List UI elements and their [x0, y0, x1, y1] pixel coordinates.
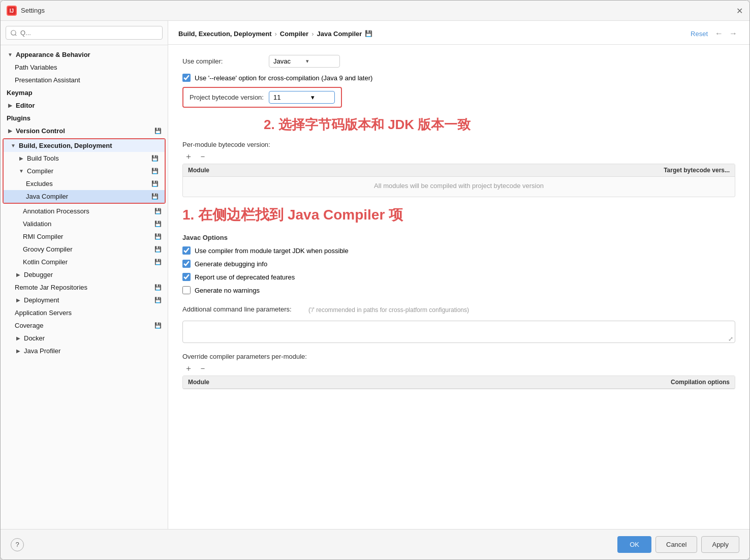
sidebar-item-appearance-behavior[interactable]: ▼ Appearance & Behavior — [1, 48, 168, 61]
nav-arrows: ← → — [713, 28, 739, 39]
per-module-label: Per-module bytecode version: — [182, 141, 735, 148]
sidebar-item-build-execution-deployment[interactable]: ▼ Build, Execution, Deployment — [4, 139, 165, 152]
bytecode-label: Project bytecode version: — [190, 94, 264, 101]
sidebar-item-debugger[interactable]: ▶ Debugger — [1, 268, 168, 281]
forward-button[interactable]: → — [727, 28, 739, 39]
save-icon-comp: 💾 — [151, 168, 159, 174]
reset-button[interactable]: Reset — [691, 30, 708, 38]
cmd-area-wrapper: ⤢ — [182, 321, 735, 345]
per-module-section: Per-module bytecode version: ＋ － Module … — [182, 141, 735, 197]
bytecode-dropdown[interactable]: 11 ▾ — [269, 91, 335, 104]
sidebar-item-editor[interactable]: ▶ Editor — [1, 99, 168, 112]
per-module-toolbar: ＋ － — [182, 151, 735, 162]
save-icon-bt: 💾 — [151, 155, 159, 162]
breadcrumb-sep-2: › — [311, 30, 314, 38]
sidebar-item-annotation-processors[interactable]: Annotation Processors 💾 — [1, 205, 168, 217]
cmd-hint: ('/' recommended in paths for cross-plat… — [308, 302, 469, 314]
sidebar-item-validation[interactable]: Validation 💾 — [1, 217, 168, 230]
chevron-right-icon-6: ▶ — [15, 335, 22, 342]
window-title: Settings — [21, 7, 732, 14]
add-module-button[interactable]: ＋ — [182, 151, 195, 162]
sidebar-item-docker[interactable]: ▶ Docker — [1, 332, 168, 345]
cmd-params-textarea[interactable] — [182, 321, 735, 343]
chevron-right-icon-3: ▶ — [18, 155, 25, 162]
opt4-label: Generate no warnings — [195, 287, 260, 294]
compilation-col-header: Compilation options — [638, 379, 730, 386]
sidebar-item-build-tools[interactable]: ▶ Build Tools 💾 — [4, 152, 165, 165]
save-icon-vc: 💾 — [154, 128, 162, 134]
chevron-down-icon-4: ▼ — [18, 168, 25, 175]
override-toolbar: ＋ － — [182, 363, 735, 374]
add-override-button[interactable]: ＋ — [182, 363, 195, 374]
sidebar-item-compiler[interactable]: ▼ Compiler 💾 — [4, 165, 165, 177]
release-option-checkbox[interactable] — [182, 74, 191, 82]
all-modules-text: All modules will be compiled with projec… — [183, 182, 735, 190]
search-bar — [1, 21, 168, 45]
release-option-row: Use '--release' option for cross-compila… — [182, 74, 735, 82]
compiler-value: Javac — [273, 57, 291, 65]
save-icon-excl: 💾 — [151, 180, 159, 187]
chevron-right-icon-7: ▶ — [15, 348, 22, 355]
opt4-checkbox[interactable] — [182, 286, 191, 294]
opt2-checkbox[interactable] — [182, 260, 191, 268]
breadcrumb-sep-1: › — [274, 30, 276, 38]
use-compiler-label: Use compiler: — [182, 57, 264, 65]
chevron-down-icon-3: ▼ — [10, 142, 17, 149]
opt1-row: Use compiler from module target JDK when… — [182, 246, 735, 255]
chevron-right-icon-4: ▶ — [15, 271, 22, 278]
sidebar-item-groovy-compiler[interactable]: Groovy Compiler 💾 — [1, 243, 168, 256]
bytecode-value: 11 — [273, 94, 280, 101]
per-module-table: Module Target bytecode vers... All modul… — [182, 164, 735, 197]
breadcrumb-part-1: Build, Execution, Deployment — [178, 30, 271, 38]
search-input[interactable] — [6, 26, 163, 40]
sidebar-item-application-servers[interactable]: Application Servers — [1, 306, 168, 319]
expand-textarea-button[interactable]: ⤢ — [728, 335, 733, 343]
sidebar-item-deployment[interactable]: ▶ Deployment 💾 — [1, 294, 168, 306]
sidebar-item-presentation-assistant[interactable]: Presentation Assistant — [1, 74, 168, 86]
override-table: Module Compilation options — [182, 376, 735, 389]
cancel-button[interactable]: Cancel — [655, 536, 697, 553]
sidebar-item-java-profiler[interactable]: ▶ Java Profiler — [1, 345, 168, 357]
sidebar-item-plugins[interactable]: Plugins — [1, 112, 168, 125]
dropdown-arrow: ▾ — [306, 58, 309, 65]
opt2-label: Generate debugging info — [195, 260, 267, 268]
use-compiler-row: Use compiler: Javac ▾ — [182, 55, 735, 68]
compiler-dropdown[interactable]: Javac ▾ — [269, 55, 340, 68]
cmd-params-label: Additional command line parameters: — [182, 302, 304, 313]
sidebar-item-kotlin-compiler[interactable]: Kotlin Compiler 💾 — [1, 256, 168, 268]
breadcrumb-part-3: Java Compiler — [317, 30, 362, 38]
release-option-label: Use '--release' option for cross-compila… — [195, 74, 372, 82]
sidebar-item-path-variables[interactable]: Path Variables — [1, 61, 168, 74]
bytecode-dropdown-arrow: ▾ — [311, 94, 315, 101]
apply-button[interactable]: Apply — [701, 536, 739, 553]
breadcrumb: Build, Execution, Deployment › Compiler … — [178, 30, 372, 38]
opt2-row: Generate debugging info — [182, 260, 735, 268]
opt4-row: Generate no warnings — [182, 286, 735, 294]
chevron-down-icon: ▼ — [7, 51, 14, 58]
save-icon-groovy: 💾 — [154, 246, 162, 253]
remove-module-button[interactable]: － — [197, 151, 209, 162]
save-icon-jc: 💾 — [151, 193, 159, 200]
sidebar-item-version-control[interactable]: ▶ Version Control 💾 — [1, 125, 168, 137]
bottom-bar: ? OK Cancel Apply — [1, 529, 749, 559]
sidebar-item-coverage[interactable]: Coverage 💾 — [1, 319, 168, 332]
sidebar-item-keymap[interactable]: Keymap — [1, 86, 168, 99]
remove-override-button[interactable]: － — [197, 363, 209, 374]
help-button[interactable]: ? — [11, 538, 24, 551]
opt3-checkbox[interactable] — [182, 273, 191, 281]
titlebar: IJ Settings ✕ — [1, 1, 749, 21]
sidebar-item-remote-jar-repositories[interactable]: Remote Jar Repositories 💾 — [1, 281, 168, 294]
save-icon-rmi: 💾 — [154, 233, 162, 240]
sidebar-item-java-compiler[interactable]: Java Compiler 💾 — [4, 190, 165, 203]
app-icon: IJ — [7, 6, 17, 16]
opt1-checkbox[interactable] — [182, 246, 191, 255]
settings-window: IJ Settings ✕ ▼ Appearance & Behavior Pa… — [0, 0, 750, 560]
save-icon-ap: 💾 — [154, 208, 162, 214]
back-button[interactable]: ← — [713, 28, 725, 39]
ok-button[interactable]: OK — [617, 536, 651, 553]
sidebar-item-rmi-compiler[interactable]: RMI Compiler 💾 — [1, 230, 168, 243]
panel-body: Use compiler: Javac ▾ Use '--release' op… — [168, 45, 749, 529]
sidebar-item-excludes[interactable]: Excludes 💾 — [4, 177, 165, 190]
module-col2-header: Module — [188, 379, 638, 386]
close-icon[interactable]: ✕ — [736, 7, 743, 14]
